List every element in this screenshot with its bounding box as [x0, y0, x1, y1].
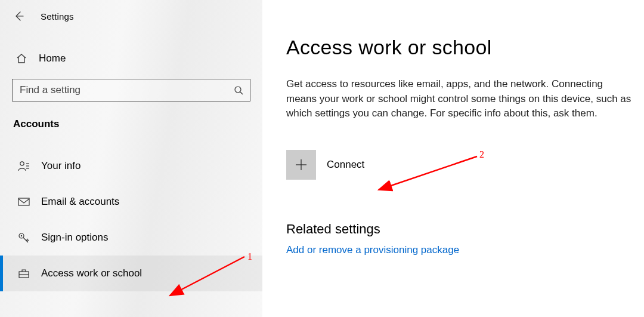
briefcase-icon [17, 268, 30, 279]
connect-button[interactable]: Connect [286, 150, 632, 180]
back-button[interactable] [12, 9, 26, 23]
home-icon [15, 53, 28, 64]
key-icon [17, 232, 30, 244]
sidebar: Settings Home Accounts [0, 0, 262, 317]
nav-label: Access work or school [41, 267, 142, 279]
main-content: Access work or school Get access to reso… [262, 0, 644, 317]
related-settings-heading: Related settings [286, 221, 632, 237]
nav-item-sign-in-options[interactable]: Sign-in options [0, 220, 262, 256]
svg-point-8 [21, 235, 22, 236]
nav-label: Sign-in options [41, 232, 108, 244]
person-icon [17, 161, 30, 171]
plus-icon [286, 150, 316, 180]
nav-item-email-accounts[interactable]: Email & accounts [0, 184, 262, 220]
home-item[interactable]: Home [0, 44, 262, 73]
related-link-provisioning[interactable]: Add or remove a provisioning package [286, 244, 459, 256]
svg-point-0 [235, 87, 241, 93]
home-label: Home [39, 53, 66, 64]
nav-list: Your info Email & accounts [0, 148, 262, 291]
svg-rect-6 [18, 198, 29, 205]
back-arrow-icon [13, 10, 25, 22]
settings-title: Settings [41, 11, 74, 21]
page-title: Access work or school [286, 36, 632, 59]
mail-icon [17, 197, 30, 207]
category-heading: Accounts [13, 118, 262, 130]
nav-label: Your info [41, 160, 80, 172]
search-input[interactable] [18, 84, 233, 97]
nav-item-access-work-school[interactable]: Access work or school [0, 256, 262, 291]
settings-app: Settings Home Accounts [0, 0, 644, 317]
search-icon [233, 85, 244, 96]
svg-line-1 [240, 92, 243, 94]
page-description: Get access to resources like email, apps… [286, 77, 632, 121]
nav-label: Email & accounts [41, 196, 119, 208]
search-box[interactable] [12, 79, 250, 101]
connect-label: Connect [327, 159, 364, 171]
titlebar: Settings [0, 0, 262, 32]
nav-item-your-info[interactable]: Your info [0, 148, 262, 184]
svg-point-2 [20, 162, 24, 165]
